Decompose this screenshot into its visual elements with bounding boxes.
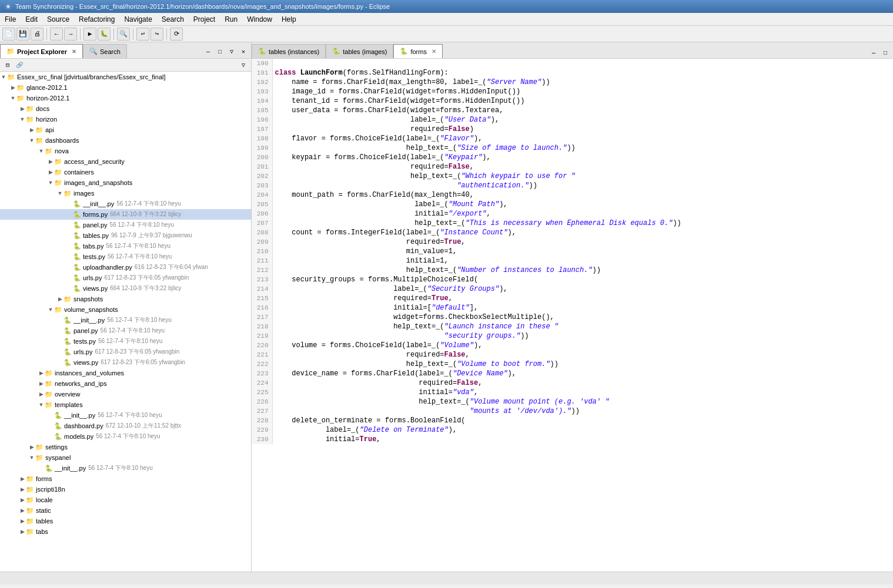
code-230[interactable]: initial=True, [272,435,893,444]
tree-tmpl-init[interactable]: 🐍 __init__.py 56 12-7-4 下午8:10 heyu [0,410,251,421]
tree-sys-init[interactable]: 🐍 __init__.py 56 12-7-4 下午8:10 heyu [0,463,251,473]
code-222[interactable]: help_text=_("Volume to boot from.")) [272,359,893,369]
code-208[interactable]: count = forms.IntegerField(label=_("Inst… [272,228,893,237]
tree-docs[interactable]: ▶ 📁 docs [0,103,251,114]
tree-access[interactable]: ▶ 📁 access_and_security [0,156,251,167]
code-195[interactable]: user_data = forms.CharField(widget=forms… [272,106,893,115]
tree-nova[interactable]: ▼ 📁 nova [0,146,251,156]
code-202[interactable]: help_text=_("Which keypair to use for " [272,172,893,181]
menu-project[interactable]: Project [189,14,220,25]
root-toggle[interactable]: ▼ [0,73,7,80]
code-218[interactable]: help_text=_("Launch instance in these " [272,322,893,331]
code-224[interactable]: required=False, [272,378,893,388]
tab-forms[interactable]: 🐍 forms ✕ [393,44,443,58]
horizon-sub-toggle[interactable]: ▼ [19,116,26,123]
code-197[interactable]: required=False) [272,125,893,134]
forward-btn[interactable]: → [64,28,77,41]
code-200[interactable]: keypair = forms.ChoiceField(label=_("Key… [272,153,893,162]
static-toggle[interactable]: ▶ [19,507,26,514]
snapshots-toggle[interactable]: ▶ [56,295,63,303]
dashboards-toggle[interactable]: ▼ [28,137,35,144]
code-210[interactable]: min_value=1, [272,247,893,256]
code-205[interactable]: label=_("Mount Path"), [272,200,893,209]
tree-containers[interactable]: ▶ 📁 containers [0,167,251,177]
forms-tab-close[interactable]: ✕ [432,48,436,55]
tree-vol-panel[interactable]: 🐍 panel.py 56 12-7-4 下午8:10 heyu [0,325,251,336]
tree-tables-folder[interactable]: ▶ 📁 tables [0,516,251,526]
code-190[interactable] [272,59,893,68]
tree-uploadhandler-py[interactable]: 🐍 uploadhandler.py 616 12-8-23 下午6:04 yf… [0,262,251,273]
code-220[interactable]: volume = forms.ChoiceField(label=_("Volu… [272,341,893,350]
tree-dashboards[interactable]: ▼ 📁 dashboards [0,135,251,146]
tabs-folder-toggle[interactable]: ▶ [19,528,26,535]
jscript-toggle[interactable]: ▶ [19,486,26,493]
tree-glance[interactable]: ▶ 📁 glance-2012.1 [0,82,251,93]
tree-horizon[interactable]: ▼ 📁 horizon-2012.1 [0,93,251,103]
containers-toggle[interactable]: ▶ [47,169,54,176]
save-btn[interactable]: 💾 [16,28,29,41]
tree-panel-py[interactable]: 🐍 panel.py 56 12-7-4 下午8:10 heyu [0,220,251,230]
menu-window[interactable]: Window [242,14,277,25]
tree-static[interactable]: ▶ 📁 static [0,505,251,516]
code-193[interactable]: image_id = forms.CharField(widget=forms.… [272,87,893,96]
docs-toggle[interactable]: ▶ [19,105,26,112]
tree-tables-py[interactable]: 🐍 tables.py 96 12-7-9 上午9:37 bjguwenwu [0,230,251,241]
templates-toggle[interactable]: ▼ [38,401,45,408]
menu-refactoring[interactable]: Refactoring [74,14,119,25]
tree-api[interactable]: ▶ 📁 api [0,125,251,135]
code-191[interactable]: class LaunchForm(forms.SelfHandlingForm)… [272,68,893,78]
code-192[interactable]: name = forms.CharField(max_length=80, la… [272,78,893,87]
code-213[interactable]: security_groups = forms.MultipleChoiceFi… [272,275,893,284]
tree-overview[interactable]: ▶ 📁 overview [0,389,251,399]
tree-forms-py[interactable]: 🐍 forms.py 664 12-10-9 下午3:22 bjlicy [0,209,251,220]
maximize-btn[interactable]: □ [215,46,225,57]
locale-toggle[interactable]: ▶ [19,496,26,503]
undo-btn[interactable]: ↩ [136,28,149,41]
forms-folder-toggle[interactable]: ▶ [19,475,26,482]
tree-urls-py[interactable]: 🐍 urls.py 617 12-8-23 下午6:05 yfwangbin [0,273,251,283]
nova-toggle[interactable]: ▼ [38,147,45,154]
code-229[interactable]: label=_("Delete on Terminate"), [272,425,893,435]
code-225[interactable]: initial="vda", [272,388,893,397]
minimize-btn[interactable]: — [203,46,213,57]
code-204[interactable]: mount_path = forms.CharField(max_length=… [272,190,893,200]
code-219[interactable]: "security groups.")) [272,331,893,341]
new-btn[interactable]: 📄 [2,28,15,41]
code-201[interactable]: required=False, [272,162,893,172]
access-toggle[interactable]: ▶ [47,158,54,165]
tree-horizon-sub[interactable]: ▼ 📁 horizon [0,114,251,125]
debug-btn[interactable]: 🐛 [98,28,111,41]
networks-toggle[interactable]: ▶ [38,380,45,387]
tree-tmpl-dashboard[interactable]: 🐍 dashboard.py 672 12-10-10 上午11:52 bjtt… [0,421,251,431]
tree-templates[interactable]: ▼ 📁 templates [0,399,251,410]
tree-forms-folder[interactable]: ▶ 📁 forms [0,473,251,484]
horizon-toggle[interactable]: ▼ [9,95,16,102]
project-explorer-x[interactable]: ✕ [72,49,76,55]
tree-images-snapshots[interactable]: ▼ 📁 images_and_snapshots [0,177,251,188]
code-223[interactable]: device_name = forms.CharField(label=_("D… [272,369,893,378]
tree-volume-snapshots[interactable]: ▼ 📁 volume_snapshots [0,304,251,315]
code-228[interactable]: delete_on_terminate = forms.BooleanField… [272,416,893,425]
inst-vol-toggle[interactable]: ▶ [38,369,45,377]
code-214[interactable]: label=_("Security Groups"), [272,284,893,294]
overview-toggle[interactable]: ▶ [38,391,45,398]
menu-edit[interactable]: Edit [21,14,42,25]
link-with-editor-btn[interactable]: 🔗 [14,60,25,70]
tab-tables-instances[interactable]: 🐍 tables (instances) [252,44,326,58]
tree-tabs-folder[interactable]: ▶ 📁 tabs [0,526,251,537]
tree-syspanel[interactable]: ▼ 📁 syspanel [0,452,251,463]
code-199[interactable]: help_text=_("Size of image to launch.")) [272,143,893,153]
syspanel-toggle[interactable]: ▼ [28,454,35,461]
code-227[interactable]: "mounts at '/dev/vda').")) [272,406,893,416]
sync-btn[interactable]: ⟳ [170,28,183,41]
api-toggle[interactable]: ▶ [28,126,35,133]
code-194[interactable]: tenant_id = forms.CharField(widget=forms… [272,96,893,106]
menu-source[interactable]: Source [42,14,74,25]
images-snapshots-toggle[interactable]: ▼ [47,179,54,186]
editor-minimize[interactable]: — [868,48,879,58]
tree-settings[interactable]: ▶ 📁 settings [0,442,251,452]
tree-images[interactable]: ▼ 📁 images [0,188,251,199]
code-211[interactable]: initial=1, [272,256,893,266]
code-209[interactable]: required=True, [272,237,893,247]
tab-search[interactable]: 🔍 Search [83,44,127,58]
